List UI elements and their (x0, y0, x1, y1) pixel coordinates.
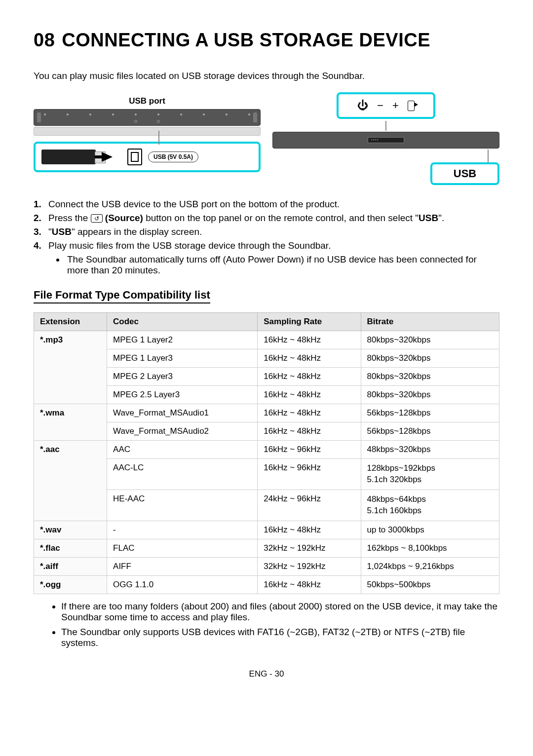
step-text: button on the top panel or on the remote… (146, 213, 419, 223)
cell-codec: OGG 1.1.0 (107, 575, 258, 594)
step-2: 2. Press the (Source) button on the top … (46, 213, 499, 224)
table-row: *.oggOGG 1.1.016kHz ~ 48kHz50kbps~500kbp… (34, 575, 499, 594)
cell-extension: *.wav (34, 521, 107, 539)
notes-list: If there are too many folders (about 200… (61, 601, 499, 648)
cell-bitrate: 162kbps ~ 8,100kbps (361, 539, 499, 557)
note-item: If there are too many folders (about 200… (61, 601, 499, 623)
cell-codec: MPEG 1 Layer2 (107, 331, 258, 349)
cell-extension: *.aiff (34, 557, 107, 575)
cell-sampling-rate: 16kHz ~ 48kHz (258, 575, 361, 594)
cell-bitrate: 80kbps~320kbps (361, 386, 499, 404)
usb-port-badge: USB (5V 0.5A) (148, 151, 198, 162)
chapter-title: 08CONNECTING A USB STORAGE DEVICE (34, 30, 499, 51)
col-codec: Codec (107, 313, 258, 331)
step-4-sublist: The Soundbar automatically turns off (Au… (65, 254, 499, 276)
cell-codec: MPEG 1 Layer3 (107, 349, 258, 368)
table-row: *.aiffAIFF32kHz ~ 192kHz1,024kbps ~ 9,21… (34, 557, 499, 575)
table-row: *.mp3MPEG 1 Layer216kHz ~ 48kHz80kbps~32… (34, 331, 499, 349)
cell-codec: AAC (107, 441, 258, 459)
pointer-line-icon (385, 121, 386, 131)
usb-display-label: USB (430, 162, 499, 185)
cell-codec: FLAC (107, 539, 258, 557)
cell-sampling-rate: 16kHz ~ 96kHz (258, 441, 361, 459)
cell-bitrate: 48kbps~320kbps (361, 441, 499, 459)
cell-sampling-rate: 16kHz ~ 48kHz (258, 368, 361, 386)
cell-extension: *.mp3 (34, 331, 107, 404)
cell-sampling-rate: 16kHz ~ 48kHz (258, 386, 361, 404)
table-row: *.aacAAC16kHz ~ 96kHz48kbps~320kbps (34, 441, 499, 459)
cell-bitrate: 80kbps~320kbps (361, 349, 499, 368)
usb-stick-icon (41, 150, 96, 164)
cell-sampling-rate: 16kHz ~ 96kHz (258, 459, 361, 490)
cell-extension: *.wma (34, 404, 107, 441)
source-button-icon (91, 214, 103, 223)
step-bold: USB (52, 227, 72, 237)
step-number: 1. (34, 199, 41, 210)
cell-sampling-rate: 32kHz ~ 192kHz (258, 539, 361, 557)
step-number: 2. (34, 213, 41, 224)
top-panel-buttons: ⏻ − + (337, 92, 435, 119)
cell-codec: MPEG 2.5 Layer3 (107, 386, 258, 404)
step-text: " (48, 227, 52, 237)
step-text: Play music files from the USB storage de… (48, 240, 331, 251)
compatibility-heading: File Format Type Compatibility list (34, 289, 210, 303)
cell-extension: *.aac (34, 441, 107, 521)
step-number: 4. (34, 240, 41, 251)
step-4-note: The Soundbar automatically turns off (Au… (65, 254, 499, 276)
intro-text: You can play music files located on USB … (34, 71, 499, 81)
step-text: Connect the USB device to the USB port o… (48, 199, 340, 209)
step-bold: (Source) (105, 213, 143, 223)
source-button-icon (408, 101, 415, 111)
arrow-right-icon (102, 152, 113, 162)
cell-codec: MPEG 2 Layer3 (107, 368, 258, 386)
cell-bitrate: 80kbps~320kbps (361, 368, 499, 386)
cell-extension: *.flac (34, 539, 107, 557)
compatibility-table: Extension Codec Sampling Rate Bitrate *.… (34, 312, 499, 594)
step-text: Press the (48, 213, 91, 223)
chapter-number: 08 (34, 30, 55, 50)
table-row: *.wav-16kHz ~ 48kHzup to 3000kbps (34, 521, 499, 539)
diagram-row: USB port USB (5V 0.5A) ⏻ − + (34, 92, 499, 185)
cell-sampling-rate: 16kHz ~ 48kHz (258, 331, 361, 349)
pointer-line-icon (158, 131, 159, 145)
step-text: ". (438, 213, 444, 223)
cell-sampling-rate: 16kHz ~ 48kHz (258, 422, 361, 441)
cell-bitrate: 80kbps~320kbps (361, 331, 499, 349)
step-number: 3. (34, 227, 41, 237)
cell-bitrate: 56kbps~128kbps (361, 422, 499, 441)
cell-bitrate: up to 3000kbps (361, 521, 499, 539)
volume-minus-icon: − (377, 99, 383, 112)
soundbar-bottom-icon (34, 127, 261, 136)
power-icon: ⏻ (357, 99, 368, 112)
soundbar-front-icon: • • • • (272, 132, 499, 149)
cell-sampling-rate: 16kHz ~ 48kHz (258, 404, 361, 422)
step-4: 4. Play music files from the USB storage… (46, 240, 499, 276)
steps-list: 1. Connect the USB device to the USB por… (46, 199, 499, 276)
cell-bitrate: 56kbps~128kbps (361, 404, 499, 422)
step-bold: USB (419, 213, 438, 223)
table-row: *.wmaWave_Format_MSAudio116kHz ~ 48kHz56… (34, 404, 499, 422)
cell-sampling-rate: 32kHz ~ 192kHz (258, 557, 361, 575)
cell-extension: *.ogg (34, 575, 107, 594)
step-3: 3. "USB" appears in the display screen. (46, 227, 499, 237)
col-bitrate: Bitrate (361, 313, 499, 331)
note-item: The Soundbar only supports USB devices w… (61, 627, 499, 648)
cell-bitrate: 128kbps~192kbps5.1ch 320kbps (361, 459, 499, 490)
chapter-title-text: CONNECTING A USB STORAGE DEVICE (62, 30, 430, 50)
usb-port-icon (127, 149, 142, 165)
cell-sampling-rate: 16kHz ~ 48kHz (258, 521, 361, 539)
cell-codec: HE-AAC (107, 490, 258, 521)
usb-callout: USB (5V 0.5A) (34, 142, 261, 172)
cell-bitrate: 50kbps~500kbps (361, 575, 499, 594)
step-text: " appears in the display screen. (72, 227, 202, 237)
cell-codec: AIFF (107, 557, 258, 575)
diagram-right: ⏻ − + • • • • USB (272, 92, 499, 185)
cell-bitrate: 1,024kbps ~ 9,216kbps (361, 557, 499, 575)
soundbar-top-icon (34, 109, 261, 126)
diagram-left: USB port USB (5V 0.5A) (34, 92, 261, 185)
usb-port-label: USB port (34, 96, 261, 106)
cell-codec: AAC-LC (107, 459, 258, 490)
page-footer: ENG - 30 (34, 669, 499, 679)
volume-plus-icon: + (392, 99, 399, 112)
col-extension: Extension (34, 313, 107, 331)
